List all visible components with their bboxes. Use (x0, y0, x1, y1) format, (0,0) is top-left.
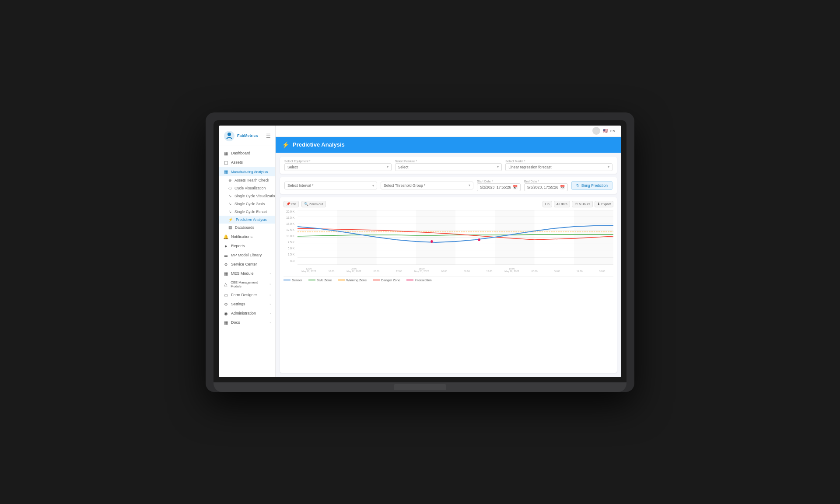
svg-rect-3 (416, 210, 455, 265)
sensor-legend-label: Sensor (292, 278, 302, 282)
settings-icon: ⚙ (223, 302, 228, 307)
pin-button[interactable]: 📌 Pin (284, 201, 299, 207)
logo-icon (223, 130, 235, 142)
equipment-filter-field: Select Equipment * Select ▾ (284, 160, 392, 171)
sidebar-item-form-designer[interactable]: ▭ Form Designer › (219, 290, 275, 300)
export-label: Export (601, 202, 611, 206)
chart-svg (298, 210, 613, 265)
sidebar-item-mes-module[interactable]: ▦ MES Module › (219, 269, 275, 278)
model-select[interactable]: Linear regression forecast ▾ (505, 163, 612, 171)
sidebar-item-docs[interactable]: ▦ Docs › (219, 318, 275, 327)
chart-wrapper: 20.0 K 17.5 K 15.0 K 12.5 K 10.0 K 7.5 K… (284, 210, 613, 273)
sidebar-item-settings[interactable]: ⚙ Settings › (219, 300, 275, 309)
warning-zone-legend-line (338, 280, 345, 280)
clock-icon: ⏱ (574, 202, 578, 206)
hours-badge[interactable]: ⏱ 6 Hours (572, 201, 593, 207)
all-data-badge[interactable]: All data (554, 201, 570, 207)
single-cycle-viz-icon: ∿ (228, 194, 232, 198)
x-label-0: 12:00 May 26, 2022 (298, 264, 320, 273)
equipment-select-value: Select (287, 165, 298, 169)
sidebar-item-predictive-analysis[interactable]: ⚡ Predictive Analysis (219, 216, 275, 224)
legend-danger-zone: Danger Zone (373, 278, 400, 282)
feature-select[interactable]: Select ▾ (395, 163, 502, 171)
sidebar-item-notifications[interactable]: 🔔 Notifications (219, 232, 275, 242)
sidebar-item-mp-model-library[interactable]: ☰ MP Model Library (219, 251, 275, 260)
chart-toolbar-right: Lin All data ⏱ 6 Hours (542, 201, 613, 207)
sidebar-item-databoards[interactable]: ▦ Databoards (219, 224, 275, 231)
sidebar-item-administration[interactable]: ◉ Administration › (219, 309, 275, 318)
x-label-3: 06:00 (365, 264, 388, 273)
pin-label: Pin (291, 202, 296, 206)
x-label-12: 12:00 (568, 264, 591, 273)
y-label-4: 10.0 K (286, 234, 294, 238)
laptop-base (214, 382, 626, 392)
sidebar-item-single-cycle-2axis[interactable]: ∿ Single Cycle 2axis (219, 200, 275, 208)
equipment-chevron-icon: ▾ (387, 165, 388, 169)
model-filter-field: Select Model * Linear regression forecas… (505, 160, 612, 171)
sidebar-item-service-center[interactable]: ⚙ Service Center (219, 260, 275, 269)
all-data-label: All data (556, 202, 567, 206)
sidebar-item-assets[interactable]: ◫ Assets (219, 158, 275, 167)
form-designer-icon: ▭ (223, 293, 228, 298)
pin-icon: 📌 (286, 202, 290, 206)
end-date-label: End Date * (524, 180, 568, 183)
hamburger-icon[interactable]: ☰ (266, 133, 271, 139)
warning-zone-legend-label: Warning Zone (346, 278, 367, 282)
start-date-input[interactable]: 5/2/2023, 17:55:26 📅 (477, 183, 521, 191)
danger-zone-legend-line (373, 280, 380, 280)
notifications-icon: 🔔 (223, 234, 228, 239)
x-label-2: 00:00 May 27, 2022 (343, 264, 365, 273)
safe-zone-legend-line (308, 280, 315, 280)
intersection-point (430, 240, 433, 243)
legend-sensor: Sensor (284, 278, 302, 282)
refresh-icon: ↻ (576, 183, 580, 188)
content-area: Select Equipment * Select ▾ Select Featu… (276, 153, 621, 377)
sidebar-item-dashboard[interactable]: ▦ Dashboard (219, 149, 275, 158)
legend-intersection: Intersection (406, 278, 432, 282)
intersection-legend-line (406, 280, 413, 280)
logo: FabMetrics (223, 130, 258, 142)
chart-container: 📌 Pin 🔍 Zoom out Lin (280, 197, 617, 373)
threshold-chevron-icon: ▾ (469, 183, 470, 187)
sidebar-item-cycle-visualization[interactable]: ◌ Cycle Visualization (219, 184, 275, 192)
end-date-value: 5/3/2023, 17:55:26 (527, 185, 558, 189)
y-label-8: 0.0 (290, 259, 294, 262)
mes-chevron-icon: › (270, 272, 271, 276)
end-date-input[interactable]: 5/3/2023, 17:55:26 📅 (524, 183, 568, 191)
equipment-label: Select Equipment * (284, 160, 392, 163)
chart-inner: 12:00 May 26, 2022 18:00 00:00 (298, 210, 613, 273)
reports-icon: ● (223, 244, 228, 248)
legend-safe-zone: Safe Zone (308, 278, 332, 282)
start-date-field: Start Date * 5/2/2023, 17:55:26 📅 (477, 180, 521, 191)
x-label-11: 06:00 (546, 264, 568, 273)
chart-legend: Sensor Safe Zone Warning Zone (284, 276, 613, 282)
health-check-icon: ⊕ (228, 178, 232, 182)
interval-select[interactable]: Select Interval * ▾ (284, 182, 377, 189)
zoom-out-button[interactable]: 🔍 Zoom out (301, 201, 326, 207)
run-prediction-button[interactable]: ↻ Bring Prediction (571, 181, 612, 190)
lin-badge[interactable]: Lin (542, 201, 552, 207)
safe-zone-legend-label: Safe Zone (317, 278, 332, 282)
x-label-1: 18:00 (320, 264, 343, 273)
single-cycle-echart-icon: ∿ (228, 210, 232, 214)
sidebar-item-manufacturing-analytics[interactable]: ▦ Manufacturing Analytics (219, 167, 275, 176)
sensor-legend-line (284, 280, 290, 280)
sidebar-item-oee-management[interactable]: △ OEE Management Module › (219, 278, 275, 290)
x-label-6: 00:00 (433, 264, 455, 273)
page-icon: ⚡ (282, 141, 289, 148)
sidebar-item-reports[interactable]: ● Reports (219, 242, 275, 251)
page-title: Predictive Analysis (293, 141, 345, 148)
start-date-label: Start Date * (477, 180, 521, 183)
user-info: 🇺🇸 EN (592, 127, 615, 135)
export-button[interactable]: ⬇ Export (595, 201, 613, 207)
threshold-select[interactable]: Select Threshold Group * ▾ (381, 182, 473, 189)
y-label-2: 15.0 K (286, 222, 294, 225)
sidebar-item-single-cycle-viz[interactable]: ∿ Single Cycle Visualization (219, 192, 275, 200)
sidebar-logo-area: FabMetrics ☰ (219, 126, 275, 146)
sidebar-item-assets-health-check[interactable]: ⊕ Assets Health Check (219, 176, 275, 184)
export-icon: ⬇ (597, 202, 600, 206)
model-label: Select Model * (505, 160, 612, 163)
equipment-select[interactable]: Select ▾ (284, 163, 392, 171)
sidebar-item-single-cycle-echart[interactable]: ∿ Single Cycle Echart (219, 208, 275, 216)
x-label-9: 18:00 May 29, 2022 (500, 264, 523, 273)
